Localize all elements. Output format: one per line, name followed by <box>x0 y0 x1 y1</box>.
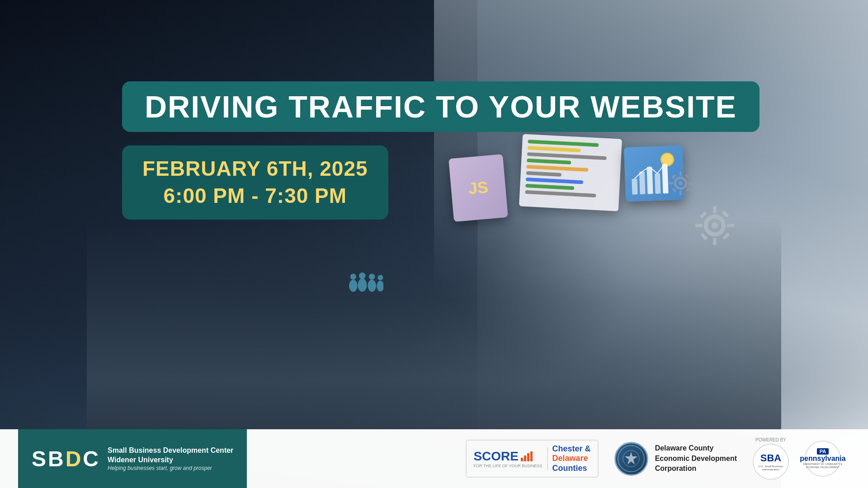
sbdc-org-name: Small Business Development Center <box>108 446 233 455</box>
sbdc-university: Widener University <box>108 455 233 465</box>
date-badge: FEBRUARY 6TH, 2025 6:00 PM - 7:30 PM <box>122 145 388 220</box>
sba-tagline: U.S. Small Business Administration <box>754 465 788 471</box>
delaware-county-label: Delaware County Economic Development Cor… <box>655 443 737 474</box>
chester-delaware-text: Chester & Delaware Counties <box>552 444 591 474</box>
score-waves <box>521 451 533 461</box>
footer-bar: S B D C Small Business Development Cente… <box>0 429 868 488</box>
seal-inner <box>618 445 645 472</box>
powered-by-label: POWERED BY <box>755 437 786 442</box>
seal-emblem <box>622 450 640 468</box>
delaware-text: Delaware <box>552 454 591 464</box>
delaware-county-section: Delaware County Economic Development Cor… <box>614 442 737 476</box>
sba-circle: SBA U.S. Small Business Administration <box>753 444 789 480</box>
score-name: SCORE <box>473 449 519 464</box>
sbdc-letter-s: S <box>32 446 46 471</box>
delaware-county-seal <box>614 442 648 476</box>
sba-name: SBA <box>760 452 781 464</box>
score-divider <box>547 447 548 470</box>
counties-text: Counties <box>552 464 591 474</box>
sbdc-section: S B D C Small Business Development Cente… <box>18 429 247 488</box>
chester-text: Chester & <box>552 444 591 454</box>
svg-marker-34 <box>625 452 637 465</box>
content-area: DRIVING TRAFFIC TO YOUR WEBSITE FEBRUARY… <box>0 0 868 488</box>
sbdc-tagline: Helping businesses start, grow and prosp… <box>108 465 233 471</box>
event-date: FEBRUARY 6TH, 2025 <box>142 155 368 183</box>
sbdc-letter-b: B <box>48 446 64 471</box>
pa-name: pennsylvania <box>800 455 845 463</box>
sba-logo: POWERED BY SBA U.S. Small Business Admin… <box>753 437 789 480</box>
sbdc-info: Small Business Development Center Widene… <box>108 446 233 471</box>
wave-1 <box>521 458 523 461</box>
pa-logo-inner: PA pennsylvania DEPARTMENT OF COMMUNITY … <box>800 448 845 469</box>
wave-2 <box>524 455 526 461</box>
score-brand: SCORE FOR THE LIFE OF YOUR BUSINESS <box>473 449 542 468</box>
wave-4 <box>530 451 533 461</box>
title-badge: DRIVING TRAFFIC TO YOUR WEBSITE <box>122 81 760 132</box>
pa-badge: PA <box>817 448 829 455</box>
sbdc-logo: S B D C <box>32 446 99 471</box>
footer-logos: SCORE FOR THE LIFE OF YOUR BUSINESS Ches… <box>247 437 850 480</box>
event-time: 6:00 PM - 7:30 PM <box>142 183 368 210</box>
score-tagline: FOR THE LIFE OF YOUR BUSINESS <box>473 464 542 468</box>
wave-3 <box>527 453 529 461</box>
main-content: DRIVING TRAFFIC TO YOUR WEBSITE FEBRUARY… <box>0 0 868 220</box>
event-title: DRIVING TRAFFIC TO YOUR WEBSITE <box>145 89 737 124</box>
pa-logo: PA pennsylvania DEPARTMENT OF COMMUNITY … <box>805 441 841 477</box>
pa-tagline: DEPARTMENT OF COMMUNITY & ECONOMIC DEVEL… <box>800 463 845 469</box>
sbdc-letter-d: D <box>66 446 81 471</box>
sbdc-letter-c: C <box>83 446 99 471</box>
score-logo: SCORE FOR THE LIFE OF YOUR BUSINESS Ches… <box>466 440 598 478</box>
